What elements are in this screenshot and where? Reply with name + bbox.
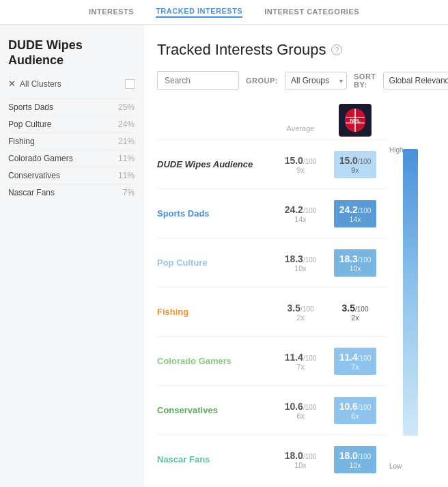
avg-mult: 10x: [273, 461, 328, 469]
nfl-logo-cell: NFL: [328, 104, 382, 137]
sort-select[interactable]: Global Relevance: [383, 72, 448, 89]
interest-avg: 11.4/100 7x: [273, 352, 328, 371]
nfl-score-box: 3.5/100 2x: [335, 298, 376, 326]
interest-nfl: 18.3/100 10x: [328, 249, 382, 277]
nfl-score: 24.2: [339, 204, 358, 215]
avg-denom: /100: [303, 453, 316, 460]
table-header: Average NFL: [157, 104, 387, 137]
nav-interests[interactable]: INTERESTS: [89, 8, 134, 17]
sidebar-item-pct: 11%: [118, 154, 135, 163]
sidebar-items: Sports Dads 25% Pop Culture 24% Fishing …: [8, 98, 135, 201]
avg-score: 24.2: [285, 204, 303, 215]
interest-avg: 15.0/100 9x: [273, 155, 328, 174]
nfl-mult: 9x: [339, 166, 372, 174]
avg-denom: /100: [303, 158, 316, 165]
avg-denom: /100: [303, 256, 316, 264]
page-title: Tracked Interests Groups: [157, 41, 326, 59]
header-average: Average: [273, 124, 328, 137]
x-icon: ✕: [8, 79, 16, 89]
nfl-score: 11.4: [339, 352, 358, 363]
all-clusters-label: All Clusters: [20, 79, 61, 89]
nfl-denom: /100: [358, 404, 371, 411]
nfl-score: 18.0: [339, 450, 358, 461]
sidebar: DUDE Wipes Audience ✕ All Clusters Sport…: [0, 25, 143, 487]
sidebar-item[interactable]: Sports Dads 25%: [8, 98, 135, 115]
sidebar-item-label: Sports Dads: [8, 102, 53, 112]
avg-mult: 14x: [273, 215, 328, 223]
interest-label[interactable]: DUDE Wipes Audience: [157, 152, 273, 176]
nfl-denom: /100: [358, 256, 371, 264]
interest-row: Colorado Gamers 11.4/100 7x 11.4/100 7x: [157, 336, 387, 385]
sidebar-item-label: Colorado Gamers: [8, 154, 73, 163]
nfl-score-box: 18.0/100 10x: [334, 446, 377, 473]
avg-denom: /100: [303, 354, 316, 362]
search-input[interactable]: [157, 71, 239, 90]
nfl-score-box: 11.4/100 7x: [334, 348, 377, 375]
interest-nfl: 11.4/100 7x: [328, 348, 382, 375]
group-select-wrapper[interactable]: All Groups: [285, 72, 347, 89]
nfl-mult: 14x: [339, 215, 372, 223]
vertical-bar-area: High Low: [387, 104, 434, 484]
interest-avg: 24.2/100 14x: [273, 204, 328, 223]
avg-score: 18.0: [285, 450, 303, 461]
sort-select-wrapper[interactable]: Global Relevance: [383, 72, 448, 89]
nfl-denom: /100: [358, 354, 371, 362]
interest-label[interactable]: Nascar Fans: [157, 447, 273, 471]
interest-row: Nascar Fans 18.0/100 10x 18.0/100 10x: [157, 434, 387, 484]
nfl-denom: /100: [358, 207, 371, 214]
interest-nfl: 10.6/100 6x: [328, 397, 382, 424]
sidebar-item-pct: 25%: [118, 102, 135, 112]
table-main: Average NFL: [157, 104, 387, 484]
interest-avg: 18.3/100 10x: [273, 253, 328, 273]
sidebar-item[interactable]: Fishing 21%: [8, 133, 135, 150]
nav-tracked-interests[interactable]: TRACKED INTERESTS: [156, 7, 242, 18]
interest-avg: 3.5/100 2x: [273, 303, 328, 322]
nfl-mult: 10x: [339, 264, 372, 273]
interest-nfl: 18.0/100 10x: [328, 446, 382, 473]
nfl-mult: 7x: [339, 363, 372, 371]
main-content: Tracked Interests Groups ? GROUP: All Gr…: [143, 25, 448, 487]
avg-mult: 2x: [273, 314, 328, 322]
nfl-denom: /100: [355, 305, 368, 313]
group-select[interactable]: All Groups: [285, 72, 347, 89]
avg-score: 15.0: [285, 155, 303, 166]
interest-label[interactable]: Colorado Gamers: [157, 349, 273, 373]
nfl-mult: 6x: [339, 412, 372, 420]
interest-label[interactable]: Sports Dads: [157, 201, 273, 225]
avg-score: 10.6: [285, 401, 303, 412]
interest-nfl: 24.2/100 14x: [328, 200, 382, 227]
sidebar-item-label: Fishing: [8, 137, 35, 146]
avg-score: 11.4: [285, 352, 303, 363]
nfl-score-box: 15.0/100 9x: [334, 151, 377, 178]
sidebar-item[interactable]: Conservatives 11%: [8, 167, 135, 184]
interest-label[interactable]: Fishing: [157, 300, 273, 324]
interest-label[interactable]: Conservatives: [157, 398, 273, 422]
avg-denom: /100: [300, 305, 313, 313]
sidebar-item[interactable]: Colorado Gamers 11%: [8, 150, 135, 167]
avg-mult: 10x: [273, 264, 328, 273]
interest-avg: 18.0/100 10x: [273, 450, 328, 469]
avg-denom: /100: [303, 404, 316, 411]
nfl-denom: /100: [358, 158, 371, 165]
sidebar-item[interactable]: Pop Culture 24%: [8, 115, 135, 133]
nfl-score-box: 10.6/100 6x: [334, 397, 377, 424]
all-clusters-row[interactable]: ✕ All Clusters: [8, 79, 135, 89]
nfl-score: 15.0: [339, 155, 358, 166]
sidebar-item-pct: 11%: [118, 171, 135, 180]
avg-mult: 7x: [273, 363, 328, 371]
interest-row: DUDE Wipes Audience 15.0/100 9x 15.0/100…: [157, 139, 387, 189]
sidebar-item-pct: 21%: [118, 137, 135, 146]
controls-row: GROUP: All Groups SORT BY: Global Releva…: [157, 71, 434, 90]
nfl-score: 10.6: [339, 401, 358, 412]
svg-text:NFL: NFL: [350, 117, 361, 124]
sidebar-item-label: Pop Culture: [8, 120, 51, 129]
interest-label[interactable]: Pop Culture: [157, 251, 273, 275]
help-icon[interactable]: ?: [331, 44, 342, 55]
sidebar-item-label: Conservatives: [8, 171, 60, 180]
table-area: Average NFL: [157, 104, 434, 484]
cluster-checkbox[interactable]: [125, 79, 135, 89]
sidebar-item[interactable]: Nascar Fans 7%: [8, 184, 135, 201]
nav-interest-categories[interactable]: INTEREST CATEGORIES: [264, 8, 359, 17]
avg-mult: 6x: [273, 412, 328, 420]
sort-label: SORT BY:: [354, 72, 376, 89]
